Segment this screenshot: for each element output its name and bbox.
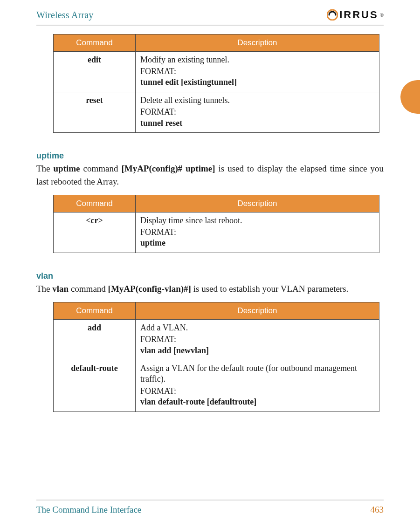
command-cell: <cr> bbox=[54, 212, 136, 253]
header-title: Wireless Array bbox=[36, 9, 94, 21]
table-row: default-route Assign a VLAN for the defa… bbox=[54, 360, 379, 411]
format-text: vlan default-route [defaultroute] bbox=[140, 397, 374, 407]
table-header-description: Description bbox=[136, 34, 379, 51]
table-header-description: Description bbox=[136, 302, 379, 319]
description-text: Delete all existing tunnels. bbox=[140, 95, 374, 106]
format-label: FORMAT: bbox=[140, 107, 374, 117]
table-header-command: Command bbox=[54, 195, 136, 212]
brand-text: IRRUS bbox=[339, 8, 378, 22]
swirl-icon bbox=[327, 9, 338, 21]
table-row: reset Delete all existing tunnels. FORMA… bbox=[54, 92, 379, 132]
description-text: Display time since last reboot. bbox=[140, 215, 374, 226]
description-text: Modify an existing tunnel. bbox=[140, 55, 374, 65]
brand-logo: IRRUS ® bbox=[327, 8, 384, 22]
text-fragment: is used to establish your VLAN parameter… bbox=[191, 284, 348, 294]
trademark-symbol: ® bbox=[380, 12, 384, 18]
footer-page-number: 463 bbox=[371, 504, 384, 516]
format-text: tunnel edit [existingtunnel] bbox=[140, 77, 374, 88]
description-cell: Assign a VLAN for the default route (for… bbox=[136, 360, 379, 411]
format-label: FORMAT: bbox=[140, 334, 374, 345]
format-label: FORMAT: bbox=[140, 66, 374, 77]
uptime-command-table: Command Description <cr> Display time si… bbox=[53, 195, 379, 253]
command-cell: edit bbox=[54, 51, 136, 92]
text-fragment: The bbox=[36, 284, 52, 294]
table-header-command: Command bbox=[54, 302, 136, 319]
format-text: vlan add [newvlan] bbox=[140, 345, 374, 356]
uptime-paragraph: The uptime command [MyAP(config)# uptime… bbox=[36, 162, 384, 188]
description-cell: Add a VLAN. FORMAT: vlan add [newvlan] bbox=[136, 319, 379, 360]
command-cell: default-route bbox=[54, 360, 136, 411]
page-footer: The Command Line Interface 463 bbox=[36, 500, 384, 516]
description-cell: Display time since last reboot. FORMAT: … bbox=[136, 212, 379, 253]
section-heading-uptime: uptime bbox=[36, 151, 384, 161]
text-fragment: command bbox=[80, 164, 122, 173]
text-bold: vlan bbox=[52, 284, 69, 294]
page-header: Wireless Array IRRUS ® bbox=[36, 8, 384, 26]
tunnel-command-table: Command Description edit Modify an exist… bbox=[53, 34, 379, 133]
vlan-paragraph: The vlan command [MyAP(config-vlan)#] is… bbox=[36, 282, 384, 295]
table-row: <cr> Display time since last reboot. FOR… bbox=[54, 212, 379, 253]
command-cell: add bbox=[54, 319, 136, 360]
description-text: Add a VLAN. bbox=[140, 322, 374, 333]
vlan-command-table: Command Description add Add a VLAN. FORM… bbox=[53, 302, 379, 412]
description-cell: Delete all existing tunnels. FORMAT: tun… bbox=[136, 92, 379, 132]
text-fragment: command bbox=[69, 284, 108, 294]
section-heading-vlan: vlan bbox=[36, 271, 384, 281]
footer-section-title: The Command Line Interface bbox=[36, 504, 141, 516]
format-label: FORMAT: bbox=[140, 386, 374, 397]
description-text: Assign a VLAN for the default route (for… bbox=[140, 363, 374, 385]
text-bold: [MyAP(config-vlan)#] bbox=[108, 284, 191, 294]
command-cell: reset bbox=[54, 92, 136, 132]
table-row: add Add a VLAN. FORMAT: vlan add [newvla… bbox=[54, 319, 379, 360]
format-text: uptime bbox=[140, 238, 374, 248]
text-fragment: The bbox=[36, 164, 54, 173]
table-row: edit Modify an existing tunnel. FORMAT: … bbox=[54, 51, 379, 92]
format-label: FORMAT: bbox=[140, 227, 374, 238]
text-bold: [MyAP(config)# uptime] bbox=[121, 164, 215, 173]
table-header-description: Description bbox=[136, 195, 379, 212]
description-cell: Modify an existing tunnel. FORMAT: tunne… bbox=[136, 51, 379, 92]
table-header-command: Command bbox=[54, 34, 136, 51]
format-text: tunnel reset bbox=[140, 118, 374, 129]
text-bold: uptime bbox=[54, 164, 80, 173]
